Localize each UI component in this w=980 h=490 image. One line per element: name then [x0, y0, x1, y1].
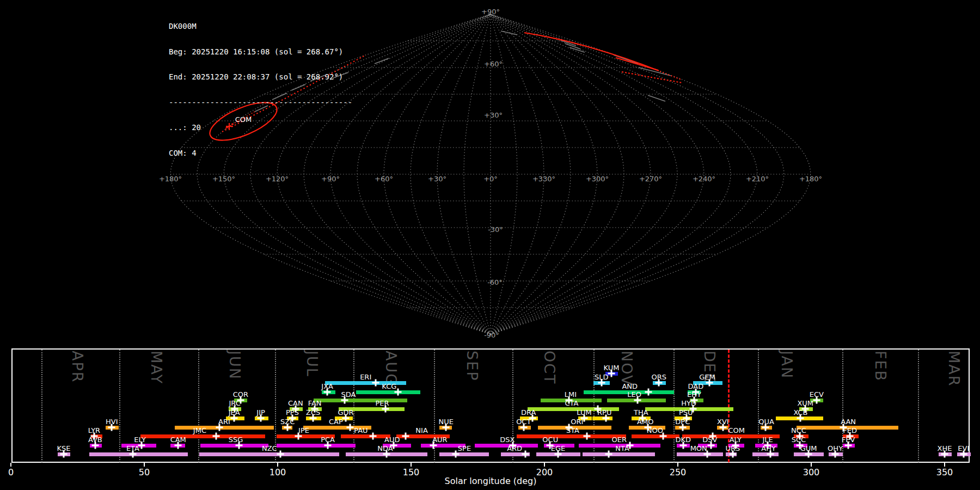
- shower-code-dkd: DKD: [676, 436, 691, 443]
- shower-bar-pca: [277, 444, 356, 448]
- shower-code-fed: FED: [843, 427, 857, 434]
- shower-code-cta: CTA: [565, 400, 579, 407]
- shower-code-fev: FEV: [842, 436, 855, 443]
- shower-bar-sda: [314, 399, 407, 402]
- shower-code-aud: AUD: [384, 436, 400, 443]
- x-axis-tick: [411, 463, 412, 467]
- shower-code-cap: CAP: [329, 418, 343, 425]
- month-boundary-line: [918, 350, 919, 462]
- x-axis-tick-label: 200: [536, 467, 553, 477]
- shower-peak-marker-sta: [583, 433, 590, 440]
- shower-peak-marker-jmc: [213, 433, 220, 440]
- shower-bar-pau: [341, 434, 390, 438]
- shower-code-jrc: JRC: [229, 400, 240, 407]
- shower-code-pps: PPS: [286, 409, 299, 416]
- x-axis-tick: [544, 463, 545, 467]
- shower-code-gem: GEM: [699, 373, 715, 381]
- shower-code-fan: FAN: [308, 400, 322, 407]
- shower-code-sta: STA: [566, 427, 579, 434]
- shower-code-jmc: JMC: [193, 427, 206, 434]
- shower-code-psu: PSU: [679, 409, 693, 416]
- x-axis-tick: [811, 463, 812, 467]
- shower-code-ahy: AHY: [761, 445, 776, 452]
- shower-code-xum: XUM: [797, 400, 813, 407]
- meteor-radiant-screen: +180°+150°+120°+90°+60°+30°+0°+330°+300°…: [0, 0, 980, 490]
- month-boundary-line: [198, 350, 199, 462]
- shower-code-sda: SDA: [341, 391, 356, 398]
- x-axis-tick: [10, 463, 11, 467]
- shower-bar-nzc: [199, 452, 339, 456]
- month-label: JUN: [228, 351, 242, 380]
- month-label: OCT: [542, 351, 557, 385]
- shower-code-nia: NIA: [415, 427, 427, 434]
- x-axis-tick: [944, 463, 945, 467]
- shower-code-oer: OER: [611, 436, 626, 443]
- shower-code-jxa: JXA: [321, 383, 333, 390]
- x-axis-tick-label: 250: [670, 467, 687, 477]
- month-label: JAN: [780, 351, 794, 379]
- shower-code-zcs: ZCS: [306, 409, 320, 416]
- shower-bar-noo: [632, 434, 679, 438]
- shower-code-qua: QUA: [758, 418, 774, 425]
- shower-code-eta: ETA: [126, 445, 139, 452]
- shower-code-ard: ARD: [507, 445, 522, 452]
- month-label: SEP: [465, 351, 480, 381]
- x-axis-tick: [677, 463, 678, 467]
- shower-code-mon: MON: [690, 445, 707, 452]
- shower-code-ehy: EHY: [687, 391, 701, 398]
- x-axis-tick: [144, 463, 145, 467]
- month-boundary-line: [41, 350, 42, 462]
- shower-code-ecv: ECV: [810, 391, 824, 398]
- shower-code-per: PER: [376, 400, 389, 407]
- shower-code-dad: DAD: [688, 383, 703, 390]
- shower-code-evi: EVI: [958, 445, 969, 452]
- shower-peak-marker-cap: [346, 424, 353, 431]
- shower-code-jle: JLE: [762, 436, 773, 443]
- shower-code-can: CAN: [288, 400, 303, 407]
- shower-code-hvi: HVI: [106, 418, 118, 425]
- shower-code-kcg: KCG: [382, 383, 396, 390]
- shower-code-ori: ORI: [571, 418, 583, 425]
- shower-code-dsx: DSX: [500, 436, 514, 443]
- shower-code-cor: COR: [233, 391, 248, 398]
- shower-code-nzc: NZC: [262, 445, 277, 452]
- shower-code-lum: LUM: [577, 409, 591, 416]
- shower-code-ege: EGE: [551, 445, 566, 452]
- shower-code-lyr: LYR: [88, 427, 101, 434]
- shower-code-rpu: RPU: [597, 409, 611, 416]
- shower-code-noo: NOO: [647, 427, 663, 434]
- shower-code-aan: AAN: [841, 418, 856, 425]
- x-axis-tick-label: 300: [803, 467, 820, 477]
- shower-code-xcb: XCB: [793, 409, 807, 416]
- month-label: MAR: [947, 351, 961, 387]
- shower-peak-marker-and: [645, 389, 652, 396]
- shower-peak-marker-eri: [372, 379, 379, 387]
- shower-code-spe: SPE: [458, 445, 471, 452]
- shower-peak-marker-ard: [522, 451, 529, 458]
- shower-code-kse: KSE: [57, 445, 71, 452]
- shower-code-and: AND: [622, 383, 638, 390]
- shower-code-amo: AMO: [637, 418, 653, 425]
- shower-bar-ahy: [752, 452, 779, 456]
- shower-code-ncc: NCC: [791, 427, 806, 434]
- shower-code-aur: AUR: [432, 436, 447, 443]
- shower-bar-mon: [677, 452, 723, 456]
- x-axis-tick-label: 0: [8, 467, 14, 477]
- shower-bar-ari: [175, 426, 274, 430]
- shower-code-ssg: SSG: [229, 436, 243, 443]
- shower-code-pca: PCA: [321, 436, 335, 443]
- shower-bar-jmc: [140, 434, 265, 438]
- shower-code-jip: JIP: [256, 409, 265, 416]
- shower-code-hyd: HYD: [681, 400, 696, 407]
- x-axis-tick-label: 50: [139, 467, 150, 477]
- month-label: JUL: [305, 351, 320, 377]
- shower-code-lmi: LMI: [565, 391, 577, 398]
- x-axis-tick-label: 150: [403, 467, 420, 477]
- shower-bar-spe: [439, 452, 489, 456]
- shower-peak-marker-pau: [369, 433, 376, 440]
- shower-bar-sta: [517, 434, 626, 438]
- shower-code-tha: THA: [634, 409, 648, 416]
- month-label: FEB: [873, 351, 888, 382]
- shower-code-nta: NTA: [615, 445, 629, 452]
- shower-code-ari: ARI: [218, 418, 230, 425]
